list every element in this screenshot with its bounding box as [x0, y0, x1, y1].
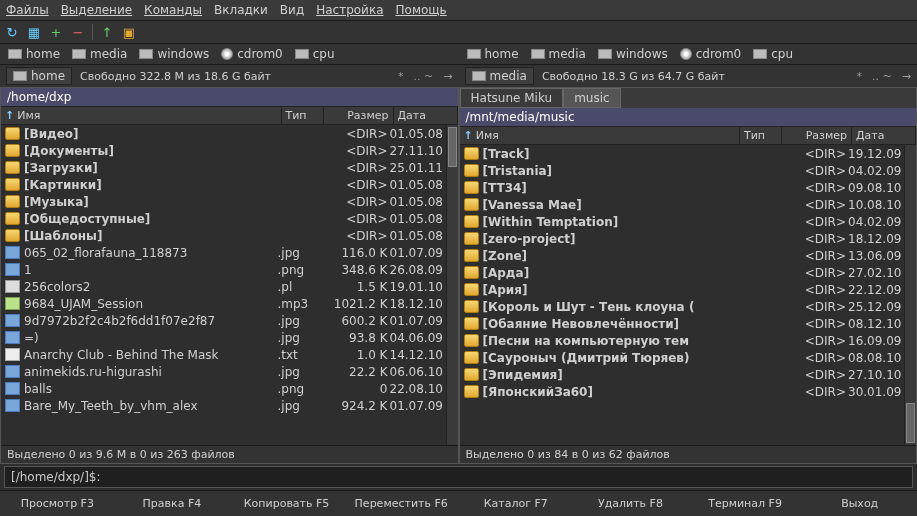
file-name: [Загрузки] — [24, 161, 278, 175]
img-icon — [5, 365, 20, 378]
file-row[interactable]: balls.png022.08.10 — [1, 380, 458, 397]
file-date: 25.01.11 — [390, 161, 454, 175]
file-size: 22.2 K — [320, 365, 390, 379]
folder-icon — [464, 300, 479, 313]
scrollbar-thumb[interactable] — [906, 403, 915, 443]
command-input[interactable] — [107, 467, 912, 487]
col-date[interactable]: Дата — [852, 127, 916, 144]
file-row[interactable]: 065_02_florafauna_118873.jpg116.0 K01.07… — [1, 244, 458, 261]
right-asterisk-button[interactable]: * — [857, 70, 863, 83]
drive-windows[interactable]: windows — [137, 46, 211, 62]
file-name: [ЯпонскийЗа60] — [483, 385, 737, 399]
drive-home[interactable]: home — [465, 46, 521, 62]
drive-cpu[interactable]: cpu — [751, 46, 795, 62]
fnkey-F4[interactable]: Правка F4 — [115, 491, 230, 516]
col-name[interactable]: ↑Имя — [1, 107, 282, 124]
col-date[interactable]: Дата — [394, 107, 458, 124]
right-path[interactable]: /mnt/media/music — [460, 108, 917, 126]
right-file-list[interactable]: [Track]<DIR>19.12.09[Tristania]<DIR>04.0… — [460, 145, 917, 445]
minus-icon[interactable]: − — [70, 24, 86, 40]
drive-home[interactable]: home — [6, 46, 62, 62]
drive-windows[interactable]: windows — [596, 46, 670, 62]
right-dotdot-button[interactable]: .. ~ — [872, 70, 892, 83]
file-date: 01.07.09 — [390, 314, 454, 328]
drive-cdrom0[interactable]: cdrom0 — [678, 46, 744, 62]
file-row[interactable]: [Загрузки]<DIR>25.01.11 — [1, 159, 458, 176]
file-row[interactable]: 9d7972b2f2c4b2f6dd1f07e2f87.jpg600.2 K01… — [1, 312, 458, 329]
menu-view[interactable]: Вид — [280, 3, 304, 17]
file-row[interactable]: [TT34]<DIR>09.08.10 — [460, 179, 917, 196]
fnkey-F9[interactable]: Терминал F9 — [688, 491, 803, 516]
drive-cpu[interactable]: cpu — [293, 46, 337, 62]
fnkey-F7[interactable]: Каталог F7 — [459, 491, 574, 516]
file-row[interactable]: [Track]<DIR>19.12.09 — [460, 145, 917, 162]
file-row[interactable]: [Видео]<DIR>01.05.08 — [1, 125, 458, 142]
file-row[interactable]: [Шаблоны]<DIR>01.05.08 — [1, 227, 458, 244]
file-row[interactable]: [Король и Шут - Тень клоуна (<DIR>25.12.… — [460, 298, 917, 315]
file-row[interactable]: [Песни на компьютерную тем<DIR>16.09.09 — [460, 332, 917, 349]
fnkey-F5[interactable]: Копировать F5 — [229, 491, 344, 516]
scrollbar-thumb[interactable] — [448, 127, 457, 167]
left-asterisk-button[interactable]: * — [398, 70, 404, 83]
file-name: [Песни на компьютерную тем — [483, 334, 737, 348]
file-row[interactable]: [Vanessa Mae]<DIR>10.08.10 — [460, 196, 917, 213]
file-row[interactable]: 256colors2.pl1.5 K19.01.10 — [1, 278, 458, 295]
menu-help[interactable]: Помощь — [396, 3, 447, 17]
drive-cdrom0[interactable]: cdrom0 — [219, 46, 285, 62]
menu-files[interactable]: Файлы — [6, 3, 49, 17]
col-ext[interactable]: Тип — [740, 127, 782, 144]
left-dotdot-button[interactable]: .. ~ — [414, 70, 434, 83]
file-row[interactable]: [Tristania]<DIR>04.02.09 — [460, 162, 917, 179]
file-row[interactable]: [Ария]<DIR>22.12.09 — [460, 281, 917, 298]
fnkey-F3[interactable]: Просмотр F3 — [0, 491, 115, 516]
file-row[interactable]: [Картинки]<DIR>01.05.08 — [1, 176, 458, 193]
drive-media[interactable]: media — [70, 46, 129, 62]
right-arrow-button[interactable]: → — [902, 70, 911, 83]
menu-tabs[interactable]: Вкладки — [214, 3, 268, 17]
file-row[interactable]: [Сауроныч (Дмитрий Тюряев)<DIR>08.08.10 — [460, 349, 917, 366]
file-row[interactable]: 1.png348.6 K26.08.09 — [1, 261, 458, 278]
tab-hatsune-miku[interactable]: Hatsune Miku — [460, 88, 564, 108]
panels: /home/dxp ↑Имя Тип Размер Дата [Видео]<D… — [0, 87, 917, 464]
home-icon[interactable]: ▣ — [121, 24, 137, 40]
file-row[interactable]: [Zone]<DIR>13.06.09 — [460, 247, 917, 264]
file-row[interactable]: 9684_UJAM_Session.mp31021.2 K18.12.10 — [1, 295, 458, 312]
file-row[interactable]: [Общедоступные]<DIR>01.05.08 — [1, 210, 458, 227]
fnkey-F8[interactable]: Удалить F8 — [573, 491, 688, 516]
file-row[interactable]: =).jpg93.8 K04.06.09 — [1, 329, 458, 346]
menu-settings[interactable]: Настройка — [316, 3, 383, 17]
plus-icon[interactable]: + — [48, 24, 64, 40]
file-row[interactable]: [Документы]<DIR>27.11.10 — [1, 142, 458, 159]
file-row[interactable]: Anarchy Club - Behind The Mask.txt1.0 K1… — [1, 346, 458, 363]
menu-commands[interactable]: Команды — [144, 3, 202, 17]
menu-selection[interactable]: Выделение — [61, 3, 132, 17]
left-file-list[interactable]: [Видео]<DIR>01.05.08[Документы]<DIR>27.1… — [1, 125, 458, 445]
refresh-icon[interactable]: ↻ — [4, 24, 20, 40]
file-row[interactable]: Bare_My_Teeth_by_vhm_alex.jpg924.2 K01.0… — [1, 397, 458, 414]
left-path[interactable]: /home/dxp — [1, 88, 458, 106]
file-row[interactable]: [Арда]<DIR>27.02.10 — [460, 264, 917, 281]
file-row[interactable]: [Within Temptation]<DIR>04.02.09 — [460, 213, 917, 230]
file-row[interactable]: [Эпидемия]<DIR>27.10.10 — [460, 366, 917, 383]
file-row[interactable]: [Обаяние Невовлечённости]<DIR>08.12.10 — [460, 315, 917, 332]
file-row[interactable]: animekids.ru-higurashi.jpg22.2 K06.06.10 — [1, 363, 458, 380]
file-row[interactable]: [zero-project]<DIR>18.12.09 — [460, 230, 917, 247]
left-current-drive[interactable]: home — [6, 67, 72, 85]
col-name[interactable]: ↑Имя — [460, 127, 741, 144]
col-size[interactable]: Размер — [324, 107, 394, 124]
fnkey-F6[interactable]: Переместить F6 — [344, 491, 459, 516]
file-row[interactable]: [ЯпонскийЗа60]<DIR>30.01.09 — [460, 383, 917, 400]
scrollbar[interactable] — [904, 145, 916, 445]
up-icon[interactable]: ↑ — [99, 24, 115, 40]
fnkey-Выход[interactable]: Выход — [802, 491, 917, 516]
grid-icon[interactable]: ▦ — [26, 24, 42, 40]
file-size: <DIR> — [778, 232, 848, 246]
scrollbar[interactable] — [446, 125, 458, 445]
file-row[interactable]: [Музыка]<DIR>01.05.08 — [1, 193, 458, 210]
col-size[interactable]: Размер — [782, 127, 852, 144]
drive-media[interactable]: media — [529, 46, 588, 62]
right-current-drive[interactable]: media — [465, 67, 534, 85]
col-ext[interactable]: Тип — [282, 107, 324, 124]
tab-music[interactable]: music — [563, 88, 620, 108]
left-arrow-button[interactable]: → — [443, 70, 452, 83]
